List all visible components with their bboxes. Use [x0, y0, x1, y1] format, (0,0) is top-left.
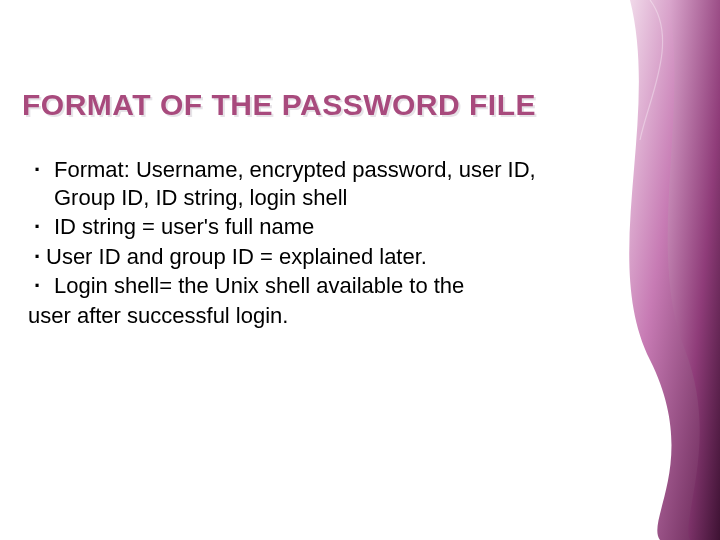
bullet-item: ID string = user's full name — [28, 213, 568, 241]
bullet-text: ID string = user's full name — [46, 213, 568, 241]
side-decoration — [590, 0, 720, 540]
bullet-text: Login shell= the Unix shell available to… — [46, 272, 568, 300]
slide: FORMAT OF THE PASSWORD FILE FORMAT OF TH… — [0, 0, 720, 540]
bullet-dot-icon — [28, 243, 46, 271]
slide-body: Format: Username, encrypted password, us… — [28, 156, 568, 329]
bullet-item: User ID and group ID = explained later. — [28, 243, 568, 271]
bullet-text: Format: Username, encrypted password, us… — [46, 156, 568, 211]
bullet-dot-icon — [28, 272, 46, 300]
bullet-item: Format: Username, encrypted password, us… — [28, 156, 568, 211]
bullet-dot-icon — [28, 156, 46, 184]
slide-title: FORMAT OF THE PASSWORD FILE FORMAT OF TH… — [22, 88, 536, 122]
bullet-item: Login shell= the Unix shell available to… — [28, 272, 568, 300]
bullet-continuation: user after successful login. — [28, 302, 568, 330]
bullet-dot-icon — [28, 213, 46, 241]
slide-title-text: FORMAT OF THE PASSWORD FILE — [22, 88, 536, 122]
bullet-text: User ID and group ID = explained later. — [46, 243, 568, 271]
